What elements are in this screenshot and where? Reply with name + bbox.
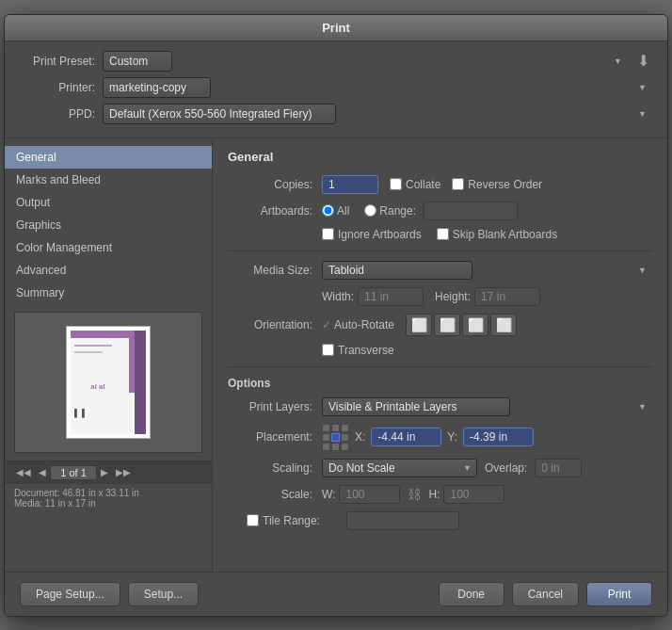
sidebar-item-output[interactable]: Output	[5, 191, 212, 214]
bottom-bar: Page Setup... Setup... Done Cancel Print	[5, 572, 667, 616]
media-size-select[interactable]: Tabloid	[322, 261, 472, 280]
ppd-select[interactable]: Default (Xerox 550-560 Integrated Fiery)	[103, 104, 336, 124]
overlap-label: Overlap:	[485, 461, 527, 475]
printer-row: Printer: marketing-copy	[20, 77, 652, 98]
placement-label: Placement:	[228, 430, 312, 444]
preview-purple-bar	[135, 331, 146, 434]
collate-checkbox[interactable]	[390, 178, 402, 190]
main-content: General Marks and Bleed Output Graphics …	[5, 138, 667, 572]
range-input[interactable]	[424, 202, 518, 220]
page-number-input[interactable]	[50, 465, 97, 480]
ppd-row: PPD: Default (Xerox 550-560 Integrated F…	[20, 104, 652, 124]
range-radio[interactable]	[364, 204, 376, 217]
all-radio-label: All	[322, 204, 349, 218]
dialog-title: Print	[322, 21, 350, 35]
page-next-button[interactable]: ▶	[97, 465, 112, 479]
range-radio-label: Range:	[364, 204, 416, 218]
sidebar-item-general[interactable]: General	[5, 146, 212, 169]
width-height-row: Width: Height:	[322, 287, 652, 306]
doc-info-line2: Media: 11 in x 17 in	[14, 498, 202, 509]
transverse-label: Transverse	[322, 344, 394, 357]
page-prev-button[interactable]: ◀	[35, 465, 50, 479]
divider1	[228, 250, 652, 251]
title-bar: Print	[5, 15, 667, 41]
sidebar-item-marks-bleed[interactable]: Marks and Bleed	[5, 169, 212, 191]
print-dialog: Print Print Preset: Custom ⬇ Printer: ma…	[4, 14, 668, 617]
sidebar-item-summary[interactable]: Summary	[5, 282, 212, 304]
print-layers-row: Print Layers: Visible & Printable Layers	[228, 397, 652, 416]
copies-input[interactable]	[322, 175, 378, 194]
cancel-button[interactable]: Cancel	[512, 582, 579, 606]
doc-info-line1: Document: 46.81 in x 33.11 in	[14, 488, 202, 498]
bottom-bar-right: Done Cancel Print	[439, 582, 652, 606]
auto-rotate-label: Auto-Rotate	[334, 318, 394, 331]
options-section-title: Options	[228, 377, 652, 390]
preset-label: Print Preset:	[20, 55, 95, 68]
scaling-controls: Do Not Scale Overlap:	[322, 459, 582, 477]
setup-button[interactable]: Setup...	[128, 582, 199, 606]
print-layers-select[interactable]: Visible & Printable Layers	[322, 397, 510, 416]
bottom-bar-left: Page Setup... Setup...	[20, 582, 431, 606]
preset-select-wrapper: Custom	[103, 51, 628, 72]
orient-portrait-flip-btn[interactable]: ⬜	[462, 314, 488, 336]
orientation-row: Orientation: ✓ Auto-Rotate ⬜ ⬜ ⬜ ⬜	[228, 314, 652, 336]
orientation-label: Orientation:	[228, 318, 312, 331]
all-radio[interactable]	[322, 204, 334, 217]
ignore-artboards-checkbox[interactable]	[322, 228, 334, 240]
placement-grid[interactable]	[322, 424, 349, 451]
x-input[interactable]	[371, 428, 441, 446]
placement-row: Placement: X: Y:	[228, 424, 652, 451]
done-button[interactable]: Done	[439, 582, 504, 606]
page-setup-button[interactable]: Page Setup...	[20, 582, 120, 606]
width-input	[358, 287, 424, 306]
orient-landscape-btn[interactable]: ⬜	[434, 314, 460, 336]
artboards-radio-group: All Range:	[322, 202, 518, 220]
transverse-checkbox[interactable]	[322, 344, 334, 356]
tile-range-row: Tile Range:	[228, 511, 652, 530]
artboards-row: Artboards: All Range:	[228, 202, 652, 220]
preset-row: Print Preset: Custom ⬇	[20, 51, 652, 72]
tile-range-input[interactable]	[346, 511, 459, 530]
top-controls: Print Preset: Custom ⬇ Printer: marketin…	[5, 41, 667, 138]
print-button[interactable]: Print	[586, 582, 652, 606]
chain-icon[interactable]: ⛓	[408, 487, 421, 502]
scale-controls: W: ⛓ H:	[322, 485, 504, 504]
copies-row: Copies: Collate Reverse Order	[228, 175, 652, 194]
tile-range-label: Tile Range:	[247, 514, 331, 527]
right-panel: General Copies: Collate Reverse Order Ar…	[212, 138, 667, 572]
page-last-button[interactable]: ▶▶	[112, 465, 135, 479]
preview-area: al al ▌ ▌	[14, 312, 202, 453]
skip-blank-checkbox[interactable]	[437, 228, 449, 240]
sidebar-item-graphics[interactable]: Graphics	[5, 214, 212, 236]
scaling-row: Scaling: Do Not Scale Overlap:	[228, 459, 652, 477]
save-preset-icon[interactable]: ⬇	[633, 52, 652, 71]
reverse-order-checkbox-label: Reverse Order	[452, 178, 542, 191]
y-input[interactable]	[463, 428, 534, 446]
tile-range-checkbox[interactable]	[247, 514, 259, 526]
scaling-select[interactable]: Do Not Scale	[322, 459, 477, 477]
ppd-label: PPD:	[20, 107, 95, 121]
doc-info: Document: 46.81 in x 33.11 in Media: 11 …	[5, 484, 212, 512]
tile-range-checkbox-label: Tile Range:	[247, 514, 331, 527]
transverse-row: Transverse	[322, 344, 652, 357]
w-label: W:	[322, 488, 335, 501]
skip-blank-label: Skip Blank Artboards	[437, 228, 557, 241]
scaling-label: Scaling:	[228, 461, 312, 475]
printer-label: Printer:	[20, 81, 95, 94]
orient-landscape-flip-btn[interactable]: ⬜	[490, 314, 517, 336]
printer-select[interactable]: marketing-copy	[103, 77, 211, 98]
preview-content: al al ▌ ▌	[71, 331, 146, 434]
preview-purple-bar2	[129, 331, 135, 393]
sidebar-item-color-management[interactable]: Color Management	[5, 236, 212, 259]
orient-portrait-btn[interactable]: ⬜	[406, 314, 432, 336]
page-first-button[interactable]: ◀◀	[12, 465, 35, 479]
placement-controls: X: Y:	[322, 424, 534, 451]
print-layers-select-wrapper: Visible & Printable Layers	[322, 397, 652, 416]
reverse-order-checkbox[interactable]	[452, 178, 464, 190]
orientation-icons: ⬜ ⬜ ⬜ ⬜	[406, 314, 517, 336]
media-size-select-wrapper: Tabloid	[322, 261, 652, 280]
ppd-select-wrapper: Default (Xerox 550-560 Integrated Fiery)	[103, 104, 652, 124]
preset-select[interactable]: Custom	[103, 51, 172, 72]
sidebar-item-advanced[interactable]: Advanced	[5, 259, 212, 282]
scale-w-input	[339, 485, 400, 504]
